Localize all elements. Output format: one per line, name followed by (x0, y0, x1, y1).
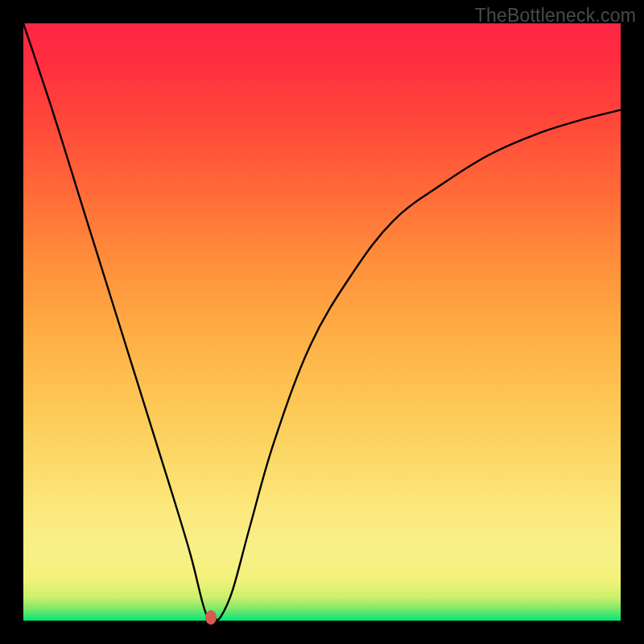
min-marker (205, 610, 217, 625)
chart-frame: TheBottleneck.com (0, 0, 644, 644)
watermark: TheBottleneck.com (475, 5, 636, 27)
curve-path (23, 23, 621, 620)
bottleneck-curve (23, 23, 621, 621)
